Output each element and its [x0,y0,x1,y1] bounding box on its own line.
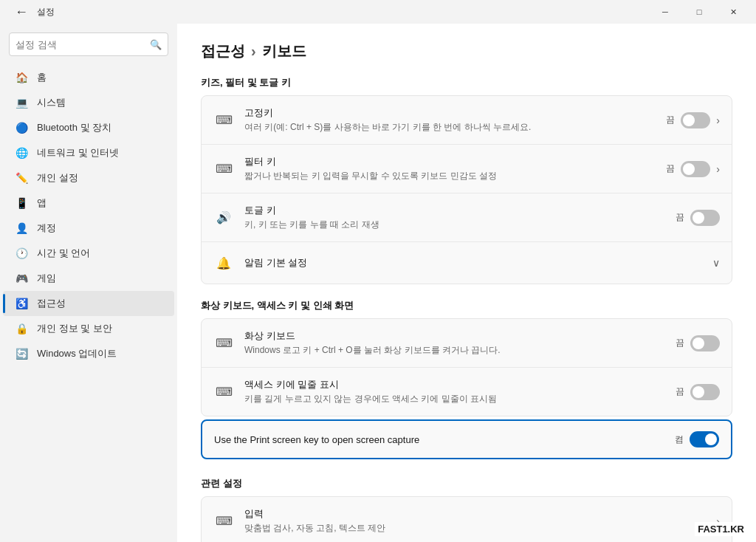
nav-label-accounts: 계정 [37,222,56,235]
title-bar-controls: ─ □ ✕ [648,0,750,24]
nav-icon-network: 🌐 [15,146,28,159]
title-bar: ← 설정 ─ □ ✕ [0,0,756,24]
related-card: ⌨ 입력 맞춤법 검사, 자동 고침, 텍스트 제안 › 🌐 언어 및 지역 표… [201,496,732,542]
sidebar-item-system[interactable]: 💻 시스템 [3,90,174,115]
main-content: 접근성 › 키보드 키즈, 필터 및 토글 키 ⌨ 고정키 여러 키(예: Ct… [177,24,756,542]
chevron-right-icon-sticky-keys: › [716,114,720,126]
print-screen-toggle[interactable] [690,431,719,447]
page-header: 접근성 › 키보드 [201,41,732,61]
nav-label-system: 시스템 [37,96,66,109]
virtual-section-label: 화상 키보드, 액세스 키 및 인쇄 화면 [201,299,732,312]
search-icon: 🔍 [150,39,162,50]
sidebar-item-personalization[interactable]: ✏️ 개인 설정 [3,165,174,191]
nav-label-accessibility: 접근성 [37,297,66,310]
nav-icon-gaming: 🎮 [15,272,28,285]
print-screen-right: 켬 [675,431,719,447]
sidebar-item-network[interactable]: 🌐 네트워크 및 인터넷 [3,140,174,165]
row-icon-underline-access-keys: ⌨ [213,382,234,402]
maximize-button[interactable]: □ [682,0,716,24]
toggle-toggle-keys[interactable] [690,210,720,226]
sidebar-item-time[interactable]: 🕐 시간 및 언어 [3,241,174,266]
search-box[interactable]: 🔍 [9,32,168,56]
toggle-on-screen-keyboard[interactable] [690,335,720,351]
title-bar-left: ← 설정 [12,4,55,20]
close-button[interactable]: ✕ [716,0,750,24]
related-icon-input: ⌨ [213,511,234,532]
row-title-sticky-keys: 고정키 [244,106,656,120]
print-screen-content: Use the Print screen key to open screen … [214,434,664,445]
nav-icon-apps: 📱 [15,196,28,210]
row-right-on-screen-keyboard: 끔 [676,335,720,351]
sidebar-item-apps[interactable]: 📱 앱 [3,191,174,216]
row-content-filter-keys: 필터 키 짧거나 반복되는 키 입력을 무시할 수 있도록 키보드 민감도 설정 [244,155,656,182]
nav-icon-home: 🏠 [15,71,28,84]
row-title-on-screen-keyboard: 화상 키보드 [244,329,665,343]
row-underline-access-keys: ⌨ 액세스 키에 밑줄 표시 키를 길게 누르고 있지 않는 경우에도 액세스 … [202,368,732,416]
row-content-toggle-keys: 토글 키 키, 키 또는 키를 누를 때 소리 재생 [244,204,665,231]
nav-icon-personalization: ✏️ [15,171,28,185]
nav-icon-time: 🕐 [15,247,28,260]
search-input[interactable] [16,39,150,50]
row-right-sticky-keys: 끔› [666,112,720,128]
nav-label-home: 홈 [37,71,47,84]
sidebar-item-privacy[interactable]: 🔒 개인 정보 및 보안 [3,316,174,341]
row-title-notification-settings: 알림 기본 설정 [244,256,702,270]
row-right-underline-access-keys: 끔 [676,384,720,400]
row-desc-underline-access-keys: 키를 길게 누르고 있지 않는 경우에도 액세스 키에 밑줄이 표시됨 [244,393,665,405]
nav-label-windowsupdate: Windows 업데이트 [37,347,117,360]
nav-icon-windowsupdate: 🔄 [15,347,28,360]
virtual-settings-card: ⌨ 화상 키보드 Windows 로고 키 + Ctrl + O를 눌러 화상 … [201,318,732,416]
toggle-filter-keys[interactable] [681,161,710,177]
row-content-notification-settings: 알림 기본 설정 [244,256,702,270]
row-icon-on-screen-keyboard: ⌨ [213,333,234,354]
status-toggle-keys: 끔 [676,211,684,224]
related-row-input[interactable]: ⌨ 입력 맞춤법 검사, 자동 고침, 텍스트 제안 › [202,497,732,542]
minimize-button[interactable]: ─ [648,0,682,24]
row-icon-notification-settings: 🔔 [213,253,234,273]
print-screen-row: Use the Print screen key to open screen … [202,421,731,458]
chevron-down-icon-notification-settings: ∨ [712,257,720,269]
toggle-sticky-keys[interactable] [681,112,710,128]
row-content-underline-access-keys: 액세스 키에 밑줄 표시 키를 길게 누르고 있지 않는 경우에도 액세스 키에… [244,378,665,405]
nav-label-time: 시간 및 언어 [37,247,90,260]
app-title: 설정 [37,6,55,18]
related-title-input: 입력 [244,507,706,521]
nav-icon-accessibility: ♿ [15,297,28,310]
sidebar-item-windowsupdate[interactable]: 🔄 Windows 업데이트 [3,341,174,366]
breadcrumb-2: 키보드 [262,41,306,61]
row-icon-sticky-keys: ⌨ [213,110,234,131]
row-content-sticky-keys: 고정키 여러 키(예: Ctrl + S)를 사용하는 바로 가기 키를 한 번… [244,106,656,134]
top-section-label: 키즈, 필터 및 토글 키 [201,76,732,89]
row-icon-filter-keys: ⌨ [213,159,234,179]
app-container: 🔍 🏠 홈 💻 시스템 🔵 Bluetooth 및 장치 🌐 네트워크 및 인터… [0,24,756,542]
sidebar: 🔍 🏠 홈 💻 시스템 🔵 Bluetooth 및 장치 🌐 네트워크 및 인터… [0,24,177,542]
related-content-input: 입력 맞춤법 검사, 자동 고침, 텍스트 제안 [244,507,706,535]
status-underline-access-keys: 끔 [676,385,684,398]
toggle-underline-access-keys[interactable] [690,384,720,400]
back-button[interactable]: ← [12,4,31,20]
nav-label-network: 네트워크 및 인터넷 [37,146,119,159]
nav-label-privacy: 개인 정보 및 보안 [37,322,112,335]
nav-label-gaming: 게임 [37,272,56,285]
related-section-label: 관련 설정 [201,477,732,490]
row-filter-keys: ⌨ 필터 키 짧거나 반복되는 키 입력을 무시할 수 있도록 키보드 민감도 … [202,145,732,193]
row-sticky-keys: ⌨ 고정키 여러 키(예: Ctrl + S)를 사용하는 바로 가기 키를 한… [202,96,732,145]
sidebar-item-home[interactable]: 🏠 홈 [3,65,174,90]
top-settings-card: ⌨ 고정키 여러 키(예: Ctrl + S)를 사용하는 바로 가기 키를 한… [201,95,732,284]
watermark: FAST1.KR [695,522,747,536]
sidebar-item-accessibility[interactable]: ♿ 접근성 [3,291,174,316]
row-right-filter-keys: 끔› [666,161,720,177]
breadcrumb-separator: › [251,43,256,60]
row-right-toggle-keys: 끔 [676,210,720,226]
related-desc-input: 맞춤법 검사, 자동 고침, 텍스트 제안 [244,522,706,535]
row-right-notification-settings: ∨ [712,257,720,269]
sidebar-item-bluetooth[interactable]: 🔵 Bluetooth 및 장치 [3,115,174,140]
status-filter-keys: 끔 [666,162,675,175]
sidebar-item-gaming[interactable]: 🎮 게임 [3,266,174,291]
row-desc-sticky-keys: 여러 키(예: Ctrl + S)를 사용하는 바로 가기 키를 한 번에 하나… [244,121,656,134]
print-screen-title: Use the Print screen key to open screen … [214,434,664,445]
nav-icon-privacy: 🔒 [15,322,28,335]
nav-label-bluetooth: Bluetooth 및 장치 [37,121,111,134]
row-desc-filter-keys: 짧거나 반복되는 키 입력을 무시할 수 있도록 키보드 민감도 설정 [244,170,656,182]
sidebar-item-accounts[interactable]: 👤 계정 [3,216,174,241]
